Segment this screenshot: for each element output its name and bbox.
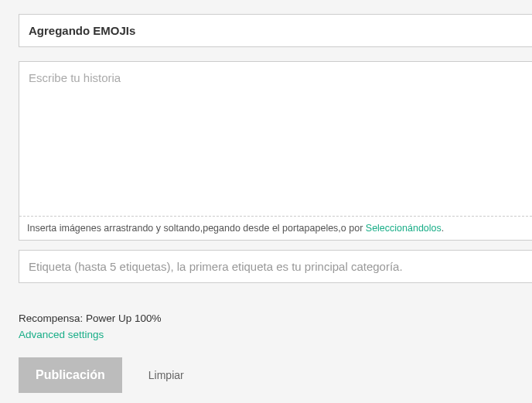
advanced-settings-link[interactable]: Advanced settings — [19, 329, 104, 340]
image-hint-prefix: Inserta imágenes arrastrando y soltando,… — [27, 223, 366, 234]
action-row: Publicación Limpiar — [19, 357, 532, 393]
image-hint-suffix: . — [442, 223, 444, 234]
clear-link[interactable]: Limpiar — [148, 369, 184, 381]
tags-input[interactable] — [19, 250, 532, 283]
image-upload-hint: Inserta imágenes arrastrando y soltando,… — [19, 216, 532, 240]
story-textarea[interactable] — [19, 62, 532, 213]
post-title-input[interactable] — [19, 14, 532, 47]
story-editor: Inserta imágenes arrastrando y soltando,… — [19, 61, 532, 241]
select-images-link[interactable]: Seleccionándolos — [366, 223, 442, 234]
publish-button[interactable]: Publicación — [19, 357, 122, 393]
reward-label: Recompensa: Power Up 100% — [19, 312, 532, 324]
